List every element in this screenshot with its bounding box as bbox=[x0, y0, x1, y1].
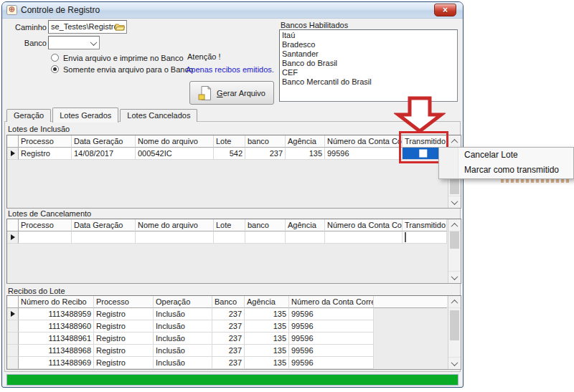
column-header[interactable]: Processo bbox=[19, 219, 72, 231]
cell[interactable]: Registro bbox=[19, 148, 72, 160]
list-item-banco[interactable]: Itaú bbox=[280, 31, 457, 40]
tab-geracao[interactable]: Geração bbox=[6, 109, 51, 122]
column-header[interactable]: banco bbox=[245, 135, 286, 148]
cell[interactable] bbox=[245, 231, 286, 244]
cell[interactable]: Inclusão bbox=[154, 320, 212, 333]
list-item-banco[interactable]: CEF bbox=[280, 68, 457, 77]
cell[interactable]: 237 bbox=[212, 308, 245, 320]
cell[interactable]: 99596 bbox=[289, 308, 374, 320]
scroll-up-button[interactable] bbox=[448, 219, 461, 231]
scrollbar-thumb[interactable] bbox=[450, 310, 459, 340]
list-item-banco[interactable]: Banco Mercantil do Brasil bbox=[280, 77, 457, 87]
cell[interactable] bbox=[214, 231, 245, 244]
cell[interactable]: 99596 bbox=[289, 357, 374, 369]
cell[interactable]: 99596 bbox=[289, 333, 374, 345]
column-header[interactable]: Número da Conta Corrente bbox=[289, 296, 374, 308]
banco-combobox[interactable] bbox=[48, 36, 100, 49]
cell[interactable] bbox=[19, 231, 72, 244]
cell[interactable]: 99596 bbox=[325, 148, 403, 160]
cell[interactable]: 135 bbox=[245, 308, 289, 320]
cell[interactable] bbox=[286, 231, 325, 244]
column-header[interactable]: Banco bbox=[212, 296, 245, 308]
caminho-input[interactable]: se_Testes\Registro bbox=[48, 20, 127, 34]
column-header[interactable]: Processo bbox=[94, 296, 154, 308]
cell[interactable]: 542 bbox=[214, 148, 245, 160]
cell[interactable]: 135 bbox=[245, 345, 289, 357]
transmitido-checkbox[interactable] bbox=[405, 232, 406, 242]
cell[interactable]: 135 bbox=[245, 320, 289, 333]
cell[interactable]: 1113488960 bbox=[19, 320, 94, 333]
bancos-habilitados-listbox[interactable]: Itaú Bradesco Santander Banco do Brasil … bbox=[279, 29, 458, 102]
cell[interactable]: 237 bbox=[212, 357, 245, 369]
cell[interactable]: Registro bbox=[94, 320, 154, 333]
cell[interactable]: 135 bbox=[245, 357, 289, 369]
list-item-banco[interactable]: Santander bbox=[280, 49, 457, 59]
menu-item-marcar-transmitido[interactable]: Marcar como transmitido bbox=[439, 163, 573, 178]
cell[interactable]: Registro bbox=[94, 345, 154, 357]
scroll-down-button[interactable] bbox=[448, 196, 461, 208]
table-row[interactable]: Registro 14/08/2017 000542IC 542 237 135… bbox=[7, 148, 461, 160]
column-header[interactable]: Processo bbox=[19, 135, 72, 148]
table-row[interactable]: 1113488959 Registro Inclusão 237 135 995… bbox=[7, 308, 461, 320]
cell[interactable]: 1113488961 bbox=[19, 333, 94, 345]
close-button[interactable]: × bbox=[434, 4, 456, 16]
cell[interactable]: 99596 bbox=[289, 345, 374, 357]
vertical-scrollbar[interactable] bbox=[448, 219, 461, 283]
cell[interactable]: 1113488969 bbox=[19, 357, 94, 369]
gerar-arquivo-button[interactable]: Gerar Arquivo bbox=[189, 81, 274, 105]
column-header[interactable]: Lote bbox=[214, 219, 245, 231]
column-header[interactable]: Data Geração bbox=[72, 219, 136, 231]
cell[interactable]: 14/08/2017 bbox=[72, 148, 136, 160]
cell[interactable]: 000542IC bbox=[136, 148, 214, 160]
cell[interactable]: 237 bbox=[212, 345, 245, 357]
column-header[interactable]: Lote bbox=[214, 135, 245, 148]
cell[interactable]: Inclusão bbox=[154, 357, 212, 369]
tab-lotes-cancelados[interactable]: Lotes Cancelados bbox=[120, 109, 197, 122]
cell[interactable] bbox=[325, 231, 403, 244]
cell[interactable] bbox=[136, 231, 214, 244]
list-item-banco[interactable]: Banco do Brasil bbox=[280, 59, 457, 68]
scroll-up-button[interactable] bbox=[448, 135, 461, 148]
cell[interactable]: 135 bbox=[245, 333, 289, 345]
vertical-scrollbar[interactable] bbox=[448, 296, 461, 369]
column-header[interactable]: Número do Recibo bbox=[19, 296, 94, 308]
column-header[interactable]: Agência bbox=[286, 135, 325, 148]
column-header[interactable]: Número da Conta Corrente bbox=[325, 219, 403, 231]
cell[interactable]: 237 bbox=[212, 320, 245, 333]
column-header[interactable]: Número da Conta Corrente bbox=[325, 135, 403, 148]
menu-item-cancelar-lote[interactable]: Cancelar Lote bbox=[439, 148, 573, 163]
radio-somente-envia[interactable] bbox=[51, 65, 59, 73]
column-header[interactable]: Data Geração bbox=[72, 135, 136, 148]
column-header[interactable]: Operação bbox=[154, 296, 212, 308]
tab-lotes-gerados[interactable]: Lotes Gerados bbox=[52, 107, 118, 123]
radio-envia-imprime[interactable] bbox=[51, 54, 59, 62]
scrollbar-thumb[interactable] bbox=[450, 231, 459, 249]
cell[interactable]: Registro bbox=[94, 357, 154, 369]
column-header[interactable]: Agência bbox=[286, 219, 325, 231]
table-row[interactable]: 1113488961 Registro Inclusão 237 135 995… bbox=[7, 333, 461, 345]
column-header[interactable]: banco bbox=[245, 219, 286, 231]
table-row[interactable]: 1113488960 Registro Inclusão 237 135 995… bbox=[7, 320, 461, 333]
cell[interactable]: 1113488968 bbox=[19, 345, 94, 357]
cell[interactable]: 1113488959 bbox=[19, 308, 94, 320]
transmitido-cell[interactable] bbox=[403, 231, 447, 244]
table-row-empty[interactable] bbox=[7, 231, 461, 244]
column-header-transmitido[interactable]: Transmitido bbox=[403, 219, 447, 231]
cell[interactable]: 135 bbox=[286, 148, 325, 160]
cell[interactable]: 237 bbox=[212, 333, 245, 345]
scroll-down-button[interactable] bbox=[448, 357, 461, 369]
table-row[interactable]: 1113488968 Registro Inclusão 237 135 995… bbox=[7, 345, 461, 357]
cell[interactable] bbox=[72, 231, 136, 244]
cell[interactable]: Registro bbox=[94, 333, 154, 345]
table-row[interactable]: 1113488969 Registro Inclusão 237 135 995… bbox=[7, 357, 461, 369]
column-header[interactable]: Nome do arquivo bbox=[136, 219, 214, 231]
cell[interactable]: Inclusão bbox=[154, 345, 212, 357]
cell[interactable]: Registro bbox=[94, 308, 154, 320]
list-item-banco[interactable]: Bradesco bbox=[280, 40, 457, 49]
cell[interactable]: Inclusão bbox=[154, 308, 212, 320]
column-header[interactable]: Agência bbox=[245, 296, 289, 308]
folder-open-icon[interactable] bbox=[115, 22, 125, 33]
title-bar[interactable]: Controle de Registro × bbox=[2, 2, 463, 19]
cell[interactable]: Inclusão bbox=[154, 333, 212, 345]
scroll-up-button[interactable] bbox=[448, 296, 461, 308]
